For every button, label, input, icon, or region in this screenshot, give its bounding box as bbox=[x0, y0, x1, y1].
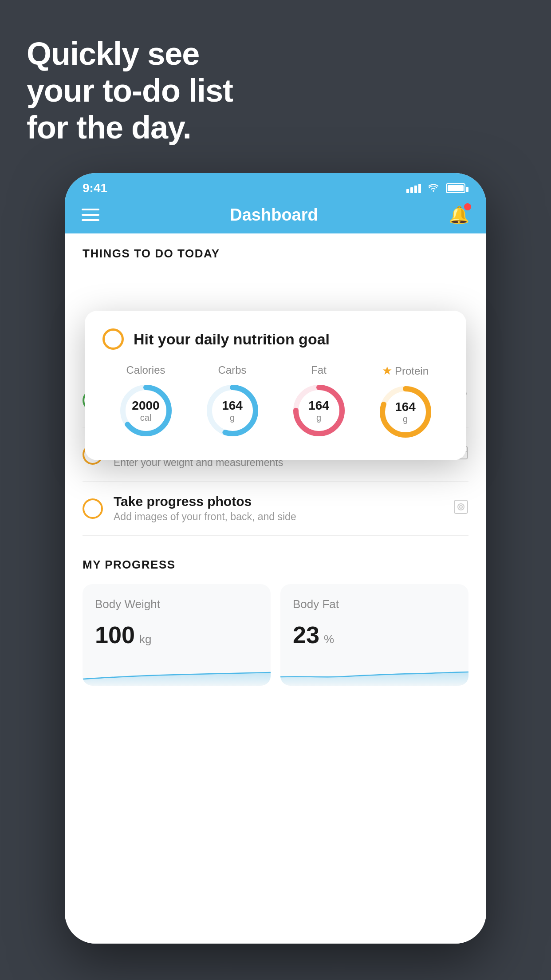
fat-donut: 164 g bbox=[290, 382, 348, 439]
body-weight-card[interactable]: Body Weight 100 kg bbox=[83, 584, 271, 686]
photo-icon bbox=[453, 499, 468, 518]
body-weight-unit: kg bbox=[139, 632, 151, 646]
protein-donut: 164 g bbox=[377, 383, 434, 441]
body-fat-card[interactable]: Body Fat 23 % bbox=[280, 584, 468, 686]
notification-button[interactable]: 🔔 bbox=[449, 205, 469, 225]
body-fat-unit: % bbox=[324, 632, 334, 646]
body-fat-value: 23 bbox=[293, 621, 319, 648]
progress-header: MY PROGRESS bbox=[83, 558, 468, 572]
menu-button[interactable] bbox=[82, 209, 99, 221]
nutrition-card: Hit your daily nutrition goal Calories 2… bbox=[85, 311, 466, 460]
star-icon: ★ bbox=[382, 364, 392, 378]
calories-label: Calories bbox=[126, 364, 165, 376]
signal-icon bbox=[406, 183, 421, 193]
svg-point-5 bbox=[458, 504, 464, 510]
calories-donut: 2000 cal bbox=[117, 382, 175, 439]
fat-item: Fat 164 g bbox=[290, 364, 348, 439]
todo-circle-icon bbox=[102, 328, 124, 350]
body-weight-label: Body Weight bbox=[95, 597, 258, 611]
svg-rect-4 bbox=[454, 500, 468, 514]
body-weight-value: 100 bbox=[95, 621, 135, 648]
fat-label: Fat bbox=[311, 364, 327, 376]
todo-text: Take progress photos Add images of your … bbox=[114, 494, 443, 523]
notification-badge bbox=[464, 203, 471, 210]
wifi-icon bbox=[427, 182, 440, 195]
calories-item: Calories 2000 cal bbox=[117, 364, 175, 439]
svg-point-6 bbox=[460, 506, 462, 508]
nav-title: Dashboard bbox=[230, 205, 318, 225]
carbs-donut: 164 g bbox=[204, 382, 261, 439]
check-circle bbox=[83, 498, 103, 519]
status-bar: 9:41 bbox=[65, 173, 486, 199]
body-weight-chart bbox=[83, 659, 271, 686]
body-fat-label: Body Fat bbox=[293, 597, 456, 611]
battery-icon bbox=[446, 183, 468, 193]
things-today-header: THINGS TO DO TODAY bbox=[65, 233, 486, 267]
nutrition-circles: Calories 2000 cal Carbs bbox=[102, 364, 449, 441]
progress-cards: Body Weight 100 kg bbox=[83, 584, 468, 686]
body-fat-chart bbox=[280, 659, 468, 686]
time-display: 9:41 bbox=[83, 181, 107, 195]
nav-bar: Dashboard 🔔 bbox=[65, 199, 486, 233]
progress-section: MY PROGRESS Body Weight 100 kg bbox=[65, 536, 486, 686]
phone-mockup: 9:41 bbox=[65, 173, 486, 944]
carbs-item: Carbs 164 g bbox=[204, 364, 261, 439]
hero-text: Quickly see your to-do list for the day. bbox=[27, 36, 233, 146]
list-item[interactable]: Take progress photos Add images of your … bbox=[83, 482, 468, 536]
protein-label: ★ Protein bbox=[382, 364, 429, 378]
protein-item: ★ Protein 164 g bbox=[377, 364, 434, 441]
carbs-label: Carbs bbox=[218, 364, 246, 376]
nutrition-card-title: Hit your daily nutrition goal bbox=[134, 331, 330, 348]
